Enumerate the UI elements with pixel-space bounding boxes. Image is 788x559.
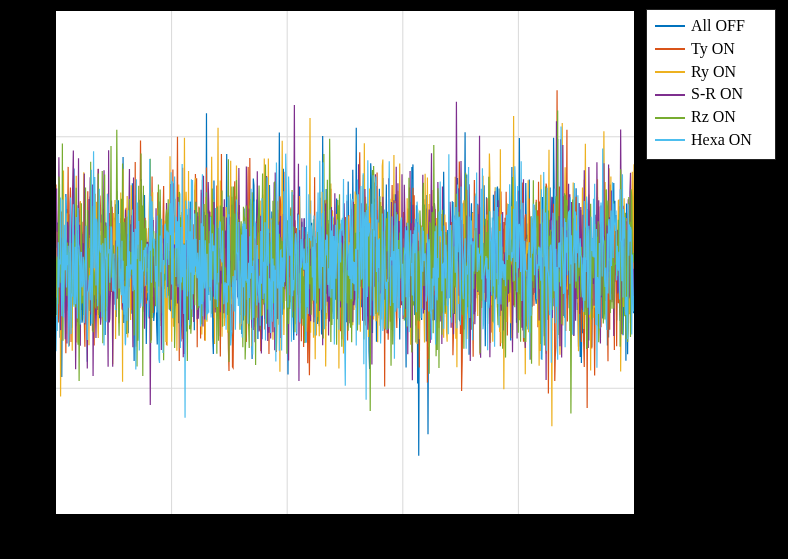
legend-label: Ry ON xyxy=(691,62,736,83)
legend-item: Ty ON xyxy=(655,39,767,60)
legend-swatch xyxy=(655,94,685,96)
legend-item: Ry ON xyxy=(655,62,767,83)
legend: All OFFTy ONRy ONS-R ONRz ONHexa ON xyxy=(646,9,776,160)
chart-container: All OFFTy ONRy ONS-R ONRz ONHexa ON xyxy=(0,0,788,559)
legend-label: S-R ON xyxy=(691,84,743,105)
legend-item: Rz ON xyxy=(655,107,767,128)
legend-swatch xyxy=(655,25,685,27)
legend-item: S-R ON xyxy=(655,84,767,105)
legend-item: Hexa ON xyxy=(655,130,767,151)
legend-swatch xyxy=(655,48,685,50)
legend-swatch xyxy=(655,71,685,73)
legend-label: Ty ON xyxy=(691,39,735,60)
legend-label: All OFF xyxy=(691,16,745,37)
noise-plot-svg xyxy=(56,11,634,514)
legend-swatch xyxy=(655,139,685,141)
plot-area xyxy=(55,10,635,515)
legend-swatch xyxy=(655,117,685,119)
legend-item: All OFF xyxy=(655,16,767,37)
legend-label: Hexa ON xyxy=(691,130,752,151)
legend-label: Rz ON xyxy=(691,107,736,128)
